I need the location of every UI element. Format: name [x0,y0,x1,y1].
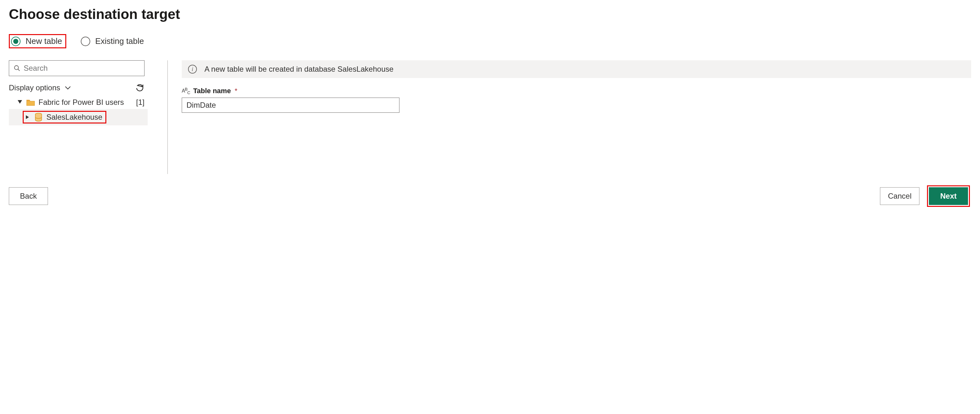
search-icon [14,65,21,72]
tree-workspace-label: Fabric for Power BI users [38,98,124,107]
info-banner: i A new table will be created in databas… [182,60,971,78]
radio-existing-table[interactable]: Existing table [80,34,147,48]
required-indicator: * [235,87,238,95]
destination-type-radio-group: New table Existing table [9,34,971,48]
refresh-icon[interactable] [135,83,145,93]
tree-lakehouse-highlight: SalesLakehouse [23,111,106,123]
radio-new-table[interactable]: New table [9,34,66,48]
next-button[interactable]: Next [929,187,968,205]
folder-icon [26,98,35,107]
table-name-label-row: ABC Table name * [182,87,971,95]
search-input[interactable] [24,64,140,73]
page-title: Choose destination target [9,6,971,22]
svg-marker-3 [26,115,29,119]
tree-lakehouse-row[interactable]: SalesLakehouse [9,109,148,125]
display-options-label: Display options [9,83,60,92]
details-panel: i A new table will be created in databas… [182,60,971,174]
info-icon: i [188,65,197,74]
navigator-panel: Display options Fabric for Power BI u [9,60,160,174]
navigator-tree: Fabric for Power BI users [1] SalesLakeh… [9,96,148,125]
svg-line-1 [18,69,20,71]
expand-icon[interactable] [25,115,30,119]
database-icon [34,112,43,122]
radio-new-table-label: New table [25,36,62,46]
display-options-dropdown[interactable]: Display options [9,83,71,92]
svg-point-0 [14,66,19,70]
collapse-icon[interactable] [17,100,23,104]
chevron-down-icon [65,86,71,90]
back-button[interactable]: Back [9,187,48,205]
tree-workspace-count: [1] [136,98,145,107]
text-type-icon: ABC [182,87,190,95]
svg-marker-2 [18,100,22,104]
search-input-wrapper[interactable] [9,60,145,76]
radio-existing-table-label: Existing table [95,36,144,46]
tree-lakehouse-label: SalesLakehouse [46,113,102,121]
tree-workspace-row[interactable]: Fabric for Power BI users [1] [9,96,148,109]
radio-selected-icon [11,37,21,46]
table-name-input[interactable] [182,98,399,113]
cancel-button[interactable]: Cancel [880,187,920,205]
panel-divider [167,60,168,174]
dialog-footer: Back Cancel Next [9,185,971,207]
info-text: A new table will be created in database … [204,65,393,74]
next-button-highlight: Next [927,185,970,207]
radio-unselected-icon [81,37,90,46]
table-name-label: Table name [193,87,231,95]
